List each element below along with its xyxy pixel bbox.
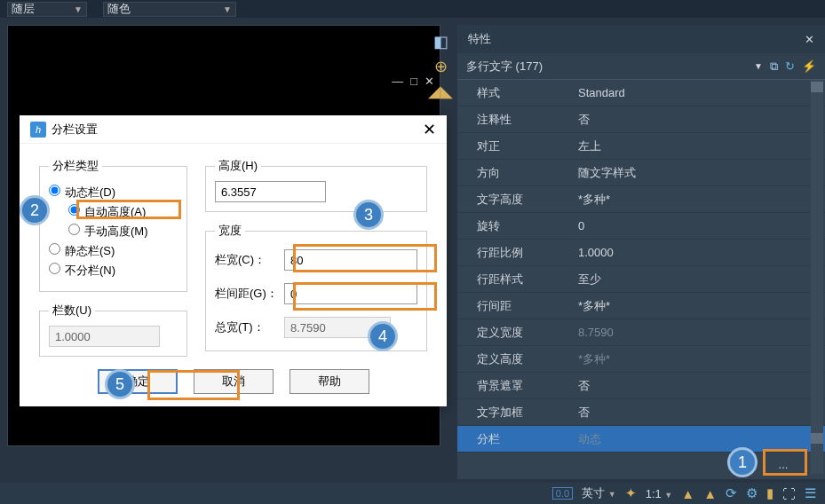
menu-icon[interactable]: ☰	[805, 485, 816, 501]
app-logo-icon: h	[30, 122, 46, 138]
property-value: 左上	[573, 138, 825, 154]
property-row[interactable]: 定义宽度8.7590	[457, 319, 825, 346]
scroll-thumb[interactable]	[811, 82, 823, 92]
chevron-down-icon: ▼	[754, 61, 763, 71]
property-value: 否	[573, 405, 825, 421]
radio-auto-height[interactable]: 自动高度(A)	[68, 204, 146, 220]
property-key: 行距样式	[457, 272, 573, 287]
property-value: 8.7590	[573, 326, 825, 339]
minimize-icon[interactable]: —	[392, 75, 403, 88]
property-key: 行距比例	[457, 245, 573, 261]
color-dropdown[interactable]: 随色▼	[103, 2, 236, 17]
radio-dynamic[interactable]: 动态栏(D)	[49, 185, 115, 201]
vertical-toolbar: ◧ ⊕ ◢◣	[426, 27, 455, 101]
property-row[interactable]: 定义高度*多种*	[457, 346, 825, 373]
fullscreen-icon[interactable]: ⛶	[782, 486, 796, 501]
property-value: 动态	[573, 431, 825, 447]
radio-static[interactable]: 静态栏(S)	[49, 243, 115, 259]
radio-manual-height[interactable]: 手动高度(M)	[68, 224, 148, 240]
eraser-icon[interactable]: ◧	[433, 32, 448, 51]
add-icon[interactable]: ⊕	[434, 57, 448, 76]
person-icon[interactable]: ▲	[681, 486, 694, 501]
ok-button[interactable]: 确定	[98, 369, 178, 394]
property-value: 至少	[573, 272, 825, 287]
property-value: *多种*	[573, 351, 825, 367]
property-value: 随文字样式	[573, 165, 825, 181]
dialog-title: 分栏设置	[52, 122, 98, 138]
property-key: 分栏	[457, 431, 573, 447]
link-icon[interactable]: ⟳	[726, 485, 737, 501]
column-count-group: 栏数(U)	[39, 303, 187, 357]
property-key: 样式	[457, 85, 573, 101]
property-value: 0	[573, 219, 825, 232]
total-width-input	[284, 317, 391, 338]
people-icon[interactable]: ▲	[703, 486, 717, 501]
property-row[interactable]: 背景遮罩否	[457, 373, 825, 399]
toggle-icon[interactable]: ⧉	[770, 59, 778, 74]
chevron-down-icon: ▼	[74, 4, 83, 14]
property-key: 文字加框	[457, 405, 573, 421]
width-group: 宽度 栏宽(C)： 栏间距(G)： 总宽(T)：	[205, 223, 427, 351]
property-row[interactable]: 行距样式至少	[457, 266, 825, 293]
property-row[interactable]: 对正左上	[457, 133, 825, 160]
property-key: 对正	[457, 138, 573, 154]
property-key: 行间距	[457, 298, 573, 314]
object-selector[interactable]: 多行文字 (177)▼	[466, 59, 770, 75]
dialog-close-button[interactable]: ✕	[423, 120, 436, 139]
status-bar: 0.0 英寸 ▼ ✦ 1:1 ▼ ▲ ▲ ⟳ ⚙ ▮ ⛶ ☰	[0, 483, 825, 504]
properties-panel: 特性 ✕ 多行文字 (177)▼ ⧉ ↻ ⚡ 样式Standard注释性否对正左…	[457, 25, 825, 479]
property-value: 1.0000	[573, 246, 825, 259]
property-row[interactable]: 方向随文字样式	[457, 160, 825, 186]
property-value: Standard	[573, 86, 825, 99]
property-key: 注释性	[457, 112, 573, 128]
property-value: 否	[573, 378, 825, 394]
property-key: 定义高度	[457, 351, 573, 367]
property-key: 定义宽度	[457, 325, 573, 341]
property-row[interactable]: 分栏动态	[457, 426, 825, 453]
panel-title: 特性	[468, 31, 491, 47]
property-row[interactable]: 文字高度*多种*	[457, 186, 825, 213]
column-type-group: 分栏类型 动态栏(D) 自动高度(A) 手动高度(M) 静态栏(S) 不分栏(N…	[39, 158, 187, 292]
column-count-input	[49, 326, 160, 347]
property-row[interactable]: 文字加框否	[457, 399, 825, 426]
column-width-input[interactable]	[284, 249, 417, 271]
unit-label[interactable]: 英寸 ▼	[582, 485, 616, 501]
mirror-icon[interactable]: ◢◣	[428, 82, 453, 101]
gear-icon[interactable]: ⚙	[746, 485, 758, 501]
property-row[interactable]: 样式Standard	[457, 80, 825, 106]
cancel-button[interactable]: 取消	[194, 369, 274, 394]
height-input[interactable]	[215, 181, 326, 202]
column-gap-input[interactable]	[284, 283, 417, 304]
property-key: 方向	[457, 165, 573, 181]
property-row[interactable]: 行间距*多种*	[457, 293, 825, 319]
more-button[interactable]: ...	[766, 453, 800, 476]
panel-close-icon[interactable]: ✕	[805, 33, 814, 46]
flash-icon[interactable]: ⚡	[802, 59, 816, 74]
zero-indicator[interactable]: 0.0	[552, 487, 573, 500]
cursor-icon[interactable]: ✦	[625, 485, 637, 501]
column-settings-dialog: h分栏设置 ✕ 分栏类型 动态栏(D) 自动高度(A) 手动高度(M) 静态栏(…	[20, 115, 447, 406]
property-value: *多种*	[573, 192, 825, 208]
restore-icon[interactable]: □	[410, 75, 417, 88]
property-value: *多种*	[573, 298, 825, 314]
property-key: 文字高度	[457, 192, 573, 208]
layer-dropdown[interactable]: 随层▼	[7, 2, 87, 17]
property-row[interactable]: 注释性否	[457, 106, 825, 133]
refresh-icon[interactable]: ↻	[785, 59, 795, 74]
scroll-thumb[interactable]	[811, 433, 823, 444]
property-value: 否	[573, 112, 825, 128]
property-key: 背景遮罩	[457, 378, 573, 394]
property-row[interactable]: 行距比例1.0000	[457, 240, 825, 266]
radio-none[interactable]: 不分栏(N)	[49, 263, 115, 279]
chevron-down-icon: ▼	[223, 4, 232, 14]
battery-icon[interactable]: ▮	[766, 485, 773, 501]
help-button[interactable]: 帮助	[290, 369, 369, 394]
property-row[interactable]: 旋转0	[457, 213, 825, 240]
property-key: 旋转	[457, 218, 573, 234]
scrollbar[interactable]	[811, 80, 823, 474]
ratio-label[interactable]: 1:1 ▼	[646, 487, 673, 500]
height-group: 高度(H)	[205, 158, 427, 212]
